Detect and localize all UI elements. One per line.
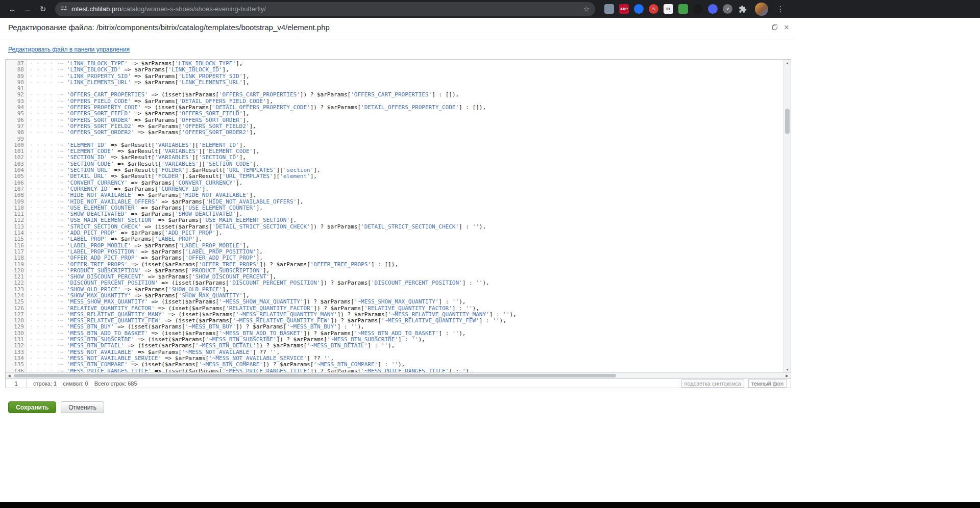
reload-icon[interactable]: ↻	[36, 2, 50, 16]
scroll-up-icon[interactable]: ▲	[784, 60, 791, 66]
editor-status-bar: 1 строка: 1 символ: 0 Всего строк: 685 п…	[6, 378, 791, 388]
vertical-scroll-thumb[interactable]	[785, 109, 790, 134]
blue-circle-extension-icon[interactable]	[708, 4, 718, 14]
extensions-row: ABPS01V	[604, 4, 732, 14]
line-number: 98	[6, 130, 24, 136]
status-line: строка: 1	[33, 380, 57, 387]
dark-circle-extension-icon[interactable]	[693, 4, 703, 14]
dialog-body: Редактировать файл в панели управления 8…	[0, 37, 796, 413]
dialog-buttons: Сохранить Отменить	[8, 401, 788, 413]
card-extension-icon[interactable]	[604, 4, 614, 14]
status-char: символ: 0	[63, 380, 88, 387]
url-domain: mtest.chililab.pro	[71, 5, 121, 13]
status-total-lines: Всего строк: 685	[94, 380, 137, 387]
browser-menu-icon[interactable]: ⋮	[773, 2, 788, 16]
code-line[interactable]: · · · · ·→ 'OFFER_TREE_PROPS' => (isset(…	[30, 262, 791, 268]
cancel-button[interactable]: Отменить	[61, 401, 104, 413]
green-extension-icon[interactable]	[678, 4, 688, 14]
editor-gutter: 8788899091929394959697989910010110210310…	[6, 60, 27, 372]
edit-in-control-panel-link[interactable]: Редактировать файл в панели управления	[8, 46, 130, 53]
line-number: 112	[6, 217, 24, 223]
code-line[interactable]: · · · · ·→ 'LINK_ELEMENTS_URL' => $arPar…	[30, 80, 791, 86]
code-line[interactable]: · · · · ·→ 'OFFERS_SORT_FIELD' => $arPar…	[30, 111, 791, 117]
s-extension-icon[interactable]: S	[649, 4, 658, 14]
code-line[interactable]: · · · · ·→ 'LABEL_PROP' => $arParams['LA…	[30, 236, 791, 242]
line-number: 115	[6, 236, 24, 242]
01-extension-icon[interactable]: 01	[664, 4, 673, 14]
line-number: 99	[6, 136, 24, 142]
code-line[interactable]: · · · · ·→ 'HIDE_NOT_AVAILABLE_OFFERS' =…	[30, 199, 791, 205]
code-line[interactable]: · · · · ·→ 'LINK_IBLOCK_ID' => $arParams…	[30, 67, 791, 73]
line-number: 102	[6, 155, 24, 161]
url-text: mtest.chililab.pro/catalog/women-s-shoes…	[71, 5, 579, 13]
back-icon[interactable]: ←	[5, 2, 19, 16]
code-line[interactable]: · · · · ·→ 'OFFERS_SORT_ORDER2' => $arPa…	[30, 130, 791, 136]
line-number: 132	[6, 343, 24, 349]
profile-avatar[interactable]	[755, 3, 768, 16]
line-number: 122	[6, 280, 24, 286]
dialog-header: Редактирование файла: /bitrix/components…	[0, 18, 796, 37]
code-line[interactable]: · · · · ·→ 'MESS_BTN_DETAIL' => (isset($…	[30, 343, 791, 349]
code-editor-container: 8788899091929394959697989910010110210310…	[5, 59, 791, 388]
line-number: 136	[6, 368, 24, 372]
horizontal-scrollbar[interactable]: ◀ ▶	[6, 372, 791, 378]
current-line-box: 1	[6, 379, 27, 388]
code-line[interactable]: · · · · ·→ 'OFFER_ADD_PICT_PROP' => $arP…	[30, 255, 791, 261]
bottom-strip	[0, 502, 980, 508]
code-line[interactable]: · · · · ·→ 'SECTION_ID' => $arResult['VA…	[30, 155, 791, 161]
url-path: /catalog/women-s-shoes/shoes-evening-but…	[121, 5, 266, 13]
line-number: 118	[6, 255, 24, 261]
horizontal-scroll-thumb[interactable]	[14, 374, 616, 377]
line-number: 125	[6, 299, 24, 305]
line-number: 129	[6, 324, 24, 330]
open-in-window-icon[interactable]	[772, 23, 778, 32]
editor-code[interactable]: · · · · ·→ 'LINK_IBLOCK_TYPE' => $arPara…	[27, 60, 791, 372]
line-number: 135	[6, 362, 24, 368]
browser-toolbar: ← → ↻ mtest.chililab.pro/catalog/women-s…	[0, 0, 980, 18]
scroll-down-icon[interactable]: ▼	[784, 366, 791, 372]
site-settings-icon[interactable]	[60, 5, 67, 14]
code-line[interactable]	[30, 136, 791, 142]
scroll-left-icon[interactable]: ◀	[6, 373, 13, 378]
syntax-highlight-toggle[interactable]: подсветка синтаксиса	[681, 379, 744, 388]
address-bar[interactable]: mtest.chililab.pro/catalog/women-s-shoes…	[55, 2, 595, 16]
line-number: 109	[6, 199, 24, 205]
close-icon[interactable]: ×	[784, 23, 789, 32]
code-line[interactable]: · · · · ·→ 'MESS_PRICE_RANGES_TITLE' => …	[30, 368, 791, 372]
v-extension-icon[interactable]: V	[723, 4, 732, 14]
dialog-title: Редактирование файла: /bitrix/components…	[8, 23, 330, 32]
line-number: 108	[6, 192, 24, 198]
dark-background-toggle[interactable]: темный фон	[748, 379, 787, 388]
forward-icon[interactable]: →	[20, 2, 35, 16]
scroll-right-icon[interactable]: ▶	[783, 373, 791, 378]
code-area[interactable]: 8788899091929394959697989910010110210310…	[6, 60, 791, 372]
save-button[interactable]: Сохранить	[8, 401, 56, 413]
blue-drop-extension-icon[interactable]	[634, 4, 644, 14]
adblock-plus-icon[interactable]: ABP	[619, 4, 629, 14]
line-number: 95	[6, 111, 24, 117]
extensions-puzzle-icon[interactable]	[739, 5, 747, 13]
code-line[interactable]: · · · · ·→ 'DETAIL_URL' => $arResult['FO…	[30, 173, 791, 180]
line-number: 92	[6, 92, 24, 98]
vertical-scrollbar[interactable]: ▲ ▼	[783, 60, 791, 372]
line-number: 119	[6, 262, 24, 268]
line-number: 105	[6, 173, 24, 180]
file-edit-dialog: Редактирование файла: /bitrix/components…	[0, 18, 796, 413]
line-number: 88	[6, 67, 24, 73]
code-line[interactable]: · · · · ·→ 'DISCOUNT_PERCENT_POSITION' =…	[30, 280, 791, 286]
code-line[interactable]: · · · · ·→ 'OFFERS_CART_PROPERTIES' => (…	[30, 92, 791, 98]
bookmark-star-icon[interactable]: ☆	[583, 5, 590, 14]
